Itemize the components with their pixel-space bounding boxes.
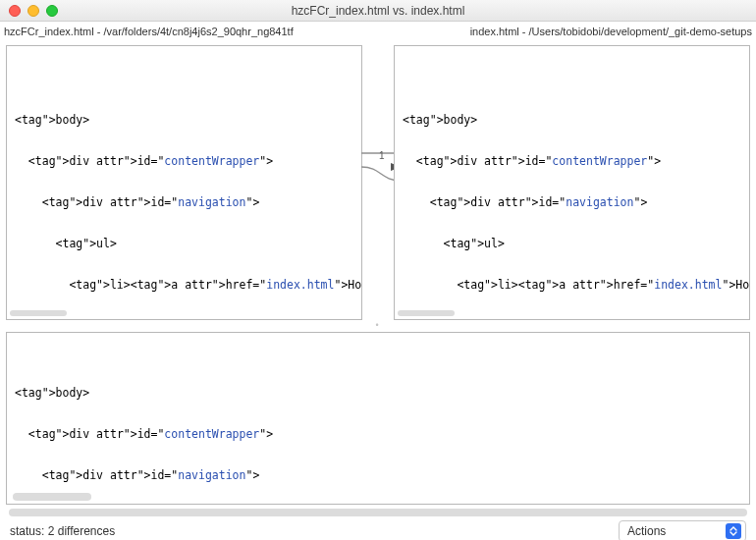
titlebar[interactable]: hzcFCr_index.html vs. index.html	[0, 0, 756, 22]
pane-resize-handle[interactable]: •	[0, 320, 756, 330]
code-line: <tag">li><tag">a attr">href="index.html"…	[7, 278, 361, 292]
merged-pane[interactable]: <tag">body> <tag">div attr">id="contentW…	[6, 332, 750, 505]
right-code-view[interactable]: <tag">body> <tag">div attr">id="contentW…	[395, 46, 749, 320]
code-line: <tag">body>	[395, 113, 749, 127]
outer-horizontal-scrollbar[interactable]	[9, 509, 747, 516]
code-line-changed: <tag">li><tag">a attr">href="about.html"…	[7, 319, 361, 320]
code-line: <tag">ul>	[7, 237, 361, 250]
actions-select-label: Actions	[627, 524, 666, 538]
dropdown-arrows-icon	[726, 523, 741, 539]
footer: status: 2 differences Actions	[0, 514, 756, 540]
code-line-changed: <tag">li><tag">a attr">href="about.html"…	[395, 319, 749, 320]
left-code-view[interactable]: <tag">body> <tag">div attr">id="contentW…	[7, 46, 361, 320]
zoom-icon[interactable]	[46, 5, 58, 17]
close-icon[interactable]	[9, 5, 21, 17]
left-file-path: hzcFCr_index.html - /var/folders/4t/cn8j…	[4, 26, 378, 37]
code-line: <tag">div attr">id="contentWrapper">	[7, 427, 749, 441]
right-file-path: index.html - /Users/tobidobi/development…	[378, 26, 752, 37]
file-path-row: hzcFCr_index.html - /var/folders/4t/cn8j…	[0, 22, 756, 39]
code-line: <tag">li><tag">a attr">href="index.html"…	[395, 278, 749, 292]
horizontal-scrollbar[interactable]	[10, 310, 67, 316]
code-line: <tag">div attr">id="contentWrapper">	[7, 154, 361, 168]
right-pane[interactable]: <tag">body> <tag">div attr">id="contentW…	[394, 45, 750, 320]
code-line: <tag">body>	[7, 386, 749, 400]
minimize-icon[interactable]	[27, 5, 39, 17]
code-line: <tag">div attr">id="contentWrapper">	[395, 154, 749, 168]
diff-number: 1	[379, 150, 385, 161]
code-line: <tag">div attr">id="navigation">	[395, 195, 749, 209]
code-line: <tag">div attr">id="navigation">	[7, 468, 749, 482]
horizontal-scrollbar[interactable]	[13, 493, 91, 501]
code-line: <tag">body>	[7, 113, 361, 127]
actions-select[interactable]: Actions	[619, 520, 746, 540]
code-line: <tag">div attr">id="navigation">	[7, 195, 361, 209]
merged-code-view[interactable]: <tag">body> <tag">div attr">id="contentW…	[7, 333, 749, 505]
status-label: status:	[10, 524, 44, 538]
window-controls	[9, 5, 58, 17]
status-value: 2 differences	[48, 524, 116, 538]
horizontal-scrollbar[interactable]	[398, 310, 455, 316]
code-line: <tag">ul>	[395, 237, 749, 250]
status-text: status: 2 differences	[10, 524, 115, 538]
diff-panes: <tag">body> <tag">div attr">id="contentW…	[0, 39, 756, 320]
window-title: hzcFCr_index.html vs. index.html	[0, 0, 756, 22]
left-pane[interactable]: <tag">body> <tag">div attr">id="contentW…	[6, 45, 362, 320]
